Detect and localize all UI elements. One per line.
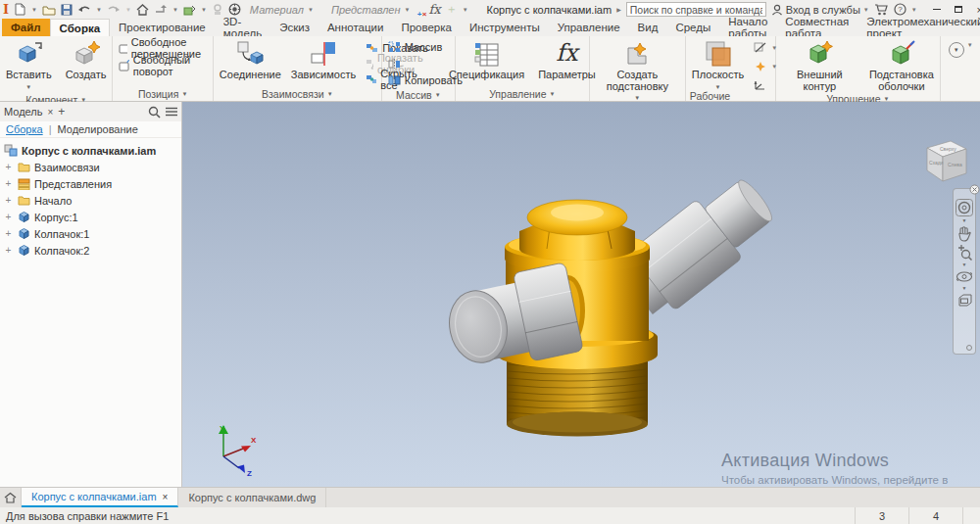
group-label-manage[interactable]: Управление▼: [456, 86, 589, 101]
browser-view-assembly[interactable]: Сборка: [6, 123, 43, 135]
representation-select-value: Представлен: [331, 4, 401, 16]
tab-file[interactable]: Файл: [2, 19, 50, 36]
browser-close-icon[interactable]: ×: [47, 107, 53, 118]
navbar-orbit-chevron[interactable]: ▼: [962, 286, 967, 291]
group-label-relationships[interactable]: Взаимосвязи▼: [214, 87, 381, 101]
tree-root[interactable]: Корпус с колпачками.iam: [4, 142, 181, 159]
constrain-button[interactable]: Зависимость: [288, 38, 359, 82]
update-icon[interactable]: [183, 2, 196, 17]
doc-tab-iam[interactable]: Корпус с колпачками.iam ×: [22, 488, 178, 507]
status-occurrence-count: 4: [908, 507, 962, 524]
redo-chevron[interactable]: ▼: [125, 7, 131, 13]
tab-get-started[interactable]: Начало работы: [719, 19, 776, 36]
tab-3d-model[interactable]: 3D-модель: [215, 19, 270, 36]
navbar-close-icon[interactable]: [969, 184, 980, 195]
group-manage: Спецификация fx Параметры Управление▼: [456, 36, 590, 101]
ribbon-overflow-button[interactable]: ▼▼: [941, 36, 980, 101]
qat-customize-chevron[interactable]: ▼: [463, 7, 468, 13]
browser-add-tab-icon[interactable]: +: [58, 105, 65, 119]
tab-environments[interactable]: Среды: [666, 19, 719, 36]
title-expand-icon[interactable]: ▶: [616, 6, 621, 13]
tree-node-relationships[interactable]: + Взаимосвязи: [4, 159, 181, 175]
status-bar: Для вызова справки нажмите F1 3 4: [0, 507, 980, 524]
zoom-icon[interactable]: [956, 244, 972, 261]
tree-node-korpus[interactable]: + Корпус:1: [4, 209, 181, 225]
browser-search-icon[interactable]: [148, 106, 161, 119]
redo-icon[interactable]: [107, 2, 121, 17]
new-file-chevron[interactable]: ▼: [31, 7, 37, 13]
group-label-position[interactable]: Позиция▼: [113, 86, 212, 101]
create-component-button[interactable]: Создать: [63, 38, 110, 82]
open-icon[interactable]: [42, 2, 56, 17]
group-label-pattern[interactable]: Массив▼: [382, 88, 455, 101]
update-chevron[interactable]: ▼: [201, 7, 207, 13]
measure-icon[interactable]: [212, 2, 223, 17]
return-icon[interactable]: [154, 2, 168, 17]
help-icon[interactable]: ?: [894, 2, 906, 17]
add-icon[interactable]: ＋: [446, 1, 458, 18]
navbar-zoom-chevron[interactable]: ▼: [962, 262, 967, 267]
tab-manage[interactable]: Управление: [549, 19, 629, 36]
mirror-button[interactable]: [385, 56, 404, 71]
shrinkwrap-button[interactable]: Внешний контур: [779, 38, 860, 93]
tab-view[interactable]: Вид: [629, 19, 667, 36]
undo-chevron[interactable]: ▼: [96, 7, 102, 13]
show-errors-icon: [366, 58, 373, 70]
render-icon[interactable]: [228, 2, 241, 17]
tab-collaborate[interactable]: Совместная работа: [776, 19, 858, 36]
viewcube-right-label: Слева: [948, 162, 962, 167]
navigation-wheel-icon[interactable]: [956, 199, 973, 216]
sign-in-button[interactable]: Вход в службы ▼: [771, 4, 869, 16]
return-chevron[interactable]: ▼: [172, 7, 178, 13]
save-icon[interactable]: [61, 2, 73, 17]
bom-button[interactable]: Спецификация: [446, 38, 527, 82]
tab-design[interactable]: Проектирование: [110, 19, 215, 36]
tab-sketch[interactable]: Эскиз: [270, 19, 318, 36]
home-icon[interactable]: [136, 2, 149, 17]
group-relationships: Соединение Зависимость Показать Показать…: [214, 36, 382, 101]
tree-node-representations[interactable]: + Представления: [4, 175, 181, 192]
browser-tree: Корпус с колпачками.iam + Взаимосвязи + …: [0, 138, 181, 487]
view-cube[interactable]: Сверху Сзади Слева: [913, 137, 970, 188]
material-select[interactable]: Материал ▼: [246, 3, 318, 17]
tab-tools[interactable]: Инструменты: [461, 19, 549, 36]
navbar-wheel-chevron[interactable]: ▼: [962, 218, 967, 223]
orbit-icon[interactable]: [956, 269, 973, 284]
tree-node-kolpachok2[interactable]: + Колпачок:2: [4, 242, 181, 259]
browser-tab-model[interactable]: Модель: [4, 106, 42, 118]
help-search-input[interactable]: [626, 2, 766, 17]
doc-tab-dwg[interactable]: Корпус с колпачками.dwg: [178, 488, 326, 507]
browser-view-modeling[interactable]: Моделирование: [58, 123, 138, 135]
home-tab[interactable]: [0, 488, 22, 507]
navbar-customize-dot[interactable]: [966, 345, 972, 351]
browser-menu-icon[interactable]: [166, 107, 177, 117]
tab-assembly[interactable]: Сборка: [50, 19, 110, 36]
representation-select[interactable]: Представлен ▼: [327, 3, 415, 17]
free-rotate-button[interactable]: Свободный поворот: [116, 58, 209, 73]
fx-parameters-icon[interactable]: fx: [428, 2, 440, 17]
shell-substitute-button[interactable]: Подстановка оболочки: [866, 38, 937, 93]
store-cart-icon[interactable]: [874, 2, 889, 17]
plane-button[interactable]: Плоскость ▼: [689, 38, 747, 94]
help-chevron[interactable]: ▼: [911, 7, 917, 13]
new-file-icon[interactable]: [14, 2, 26, 17]
doc-tab-close-icon[interactable]: ×: [163, 492, 169, 502]
create-substitute-button[interactable]: Создать подстановку ▼: [595, 38, 679, 106]
tab-annotate[interactable]: Аннотации: [318, 19, 392, 36]
insert-component-button[interactable]: Вставить ▼: [3, 38, 55, 94]
constrain-icon: [310, 39, 337, 69]
tree-node-origin[interactable]: + Начало: [4, 192, 181, 209]
pattern-button[interactable]: Массив: [385, 39, 445, 55]
3d-model-valve-assembly[interactable]: [182, 102, 980, 487]
pan-hand-icon[interactable]: [956, 225, 972, 242]
joint-icon: [236, 39, 264, 69]
joint-button[interactable]: Соединение: [217, 38, 284, 82]
undo-icon[interactable]: [77, 2, 91, 17]
model-browser-panel: Модель × + Сборка | Моделирование Корпус…: [0, 102, 182, 487]
viewport[interactable]: Сверху Сзади Слева ▼ ▼ ▼ Y: [182, 102, 980, 487]
tab-electromechanical[interactable]: Электромеханический проект: [858, 19, 980, 36]
look-at-icon[interactable]: [956, 293, 973, 307]
folder-icon: [17, 161, 30, 173]
tab-inspect[interactable]: Проверка: [392, 19, 461, 36]
tree-node-kolpachok1[interactable]: + Колпачок:1: [4, 225, 181, 242]
